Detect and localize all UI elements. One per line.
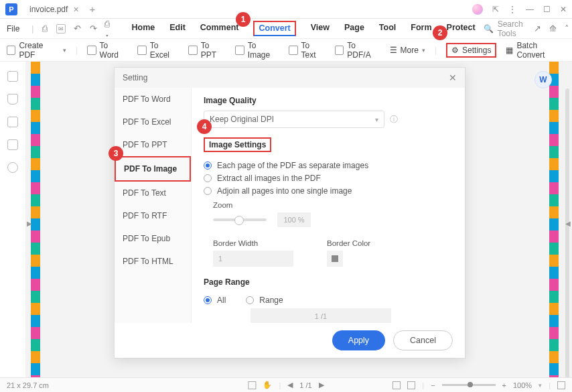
print-icon[interactable]: ⎙ ▾: [104, 24, 114, 34]
fullscreen-icon[interactable]: [557, 381, 565, 389]
prev-page-icon[interactable]: ◀: [287, 381, 293, 389]
more-button[interactable]: ☰More▾: [390, 46, 425, 55]
fit-page-icon[interactable]: [392, 381, 401, 389]
share-icon[interactable]: ⇱: [492, 5, 499, 14]
tab-home[interactable]: Home: [131, 23, 155, 34]
tab-edit[interactable]: Edit: [169, 23, 186, 34]
excel-icon: [137, 46, 147, 55]
settings-button[interactable]: ⚙Settings: [446, 43, 496, 58]
to-image-button[interactable]: To Image: [235, 41, 279, 60]
tab-view[interactable]: View: [311, 23, 330, 34]
word-icon: [87, 46, 96, 55]
redo-icon[interactable]: ↷: [88, 24, 98, 34]
info-icon[interactable]: ⓘ: [390, 114, 398, 125]
opt-extract-images[interactable]: Extract all images in the PDF: [204, 174, 453, 183]
chevron-down-icon[interactable]: ▾: [539, 382, 542, 389]
bookmark-icon[interactable]: [7, 94, 18, 105]
attachments-icon[interactable]: [7, 117, 18, 127]
zoom-slider-status[interactable]: [442, 384, 496, 386]
maximize-icon[interactable]: ☐: [543, 5, 551, 14]
range-input[interactable]: 1 /1: [251, 308, 391, 323]
search-rail-icon[interactable]: [7, 162, 18, 173]
sidebar-item-rtf[interactable]: PDF To RTF: [115, 204, 191, 227]
close-window-icon[interactable]: ✕: [560, 5, 567, 14]
opt-separate-images[interactable]: Each page of the PDF as separate images: [204, 161, 453, 170]
zoom-slider[interactable]: [213, 218, 267, 221]
new-tab-button[interactable]: +: [90, 3, 96, 15]
opt-adjoin-pages[interactable]: Adjoin all pages into one single image: [204, 186, 453, 196]
page-indicator: 1 /1: [299, 381, 311, 389]
page-range-label: Page Range: [204, 277, 453, 287]
sidebar-item-html[interactable]: PDF To HTML: [115, 250, 191, 273]
file-menu[interactable]: File: [7, 24, 19, 34]
step-badge-2: 2: [433, 25, 447, 40]
tab-tool[interactable]: Tool: [379, 23, 396, 34]
to-text-button[interactable]: To Text: [289, 41, 326, 60]
to-excel-button[interactable]: To Excel: [137, 41, 179, 60]
plus-icon: [7, 46, 15, 55]
zoom-out-icon[interactable]: −: [431, 381, 435, 389]
border-color-swatch[interactable]: [327, 251, 343, 267]
hand-icon[interactable]: ✋: [263, 381, 272, 389]
undo-icon[interactable]: ↶: [72, 24, 82, 34]
radio-icon: [246, 296, 254, 304]
quick-actions: ⎙ ✉ ↶ ↷ ⎙ ▾: [40, 24, 114, 34]
image-quality-value: Keep Original DPI: [210, 115, 274, 124]
tab-convert[interactable]: Convert: [253, 21, 295, 36]
image-settings-label: Image Settings: [204, 137, 271, 152]
expand-right-icon[interactable]: ◀: [565, 220, 571, 227]
sidebar-item-ppt[interactable]: PDF To PPT: [115, 133, 191, 156]
minimize-icon[interactable]: —: [526, 5, 534, 14]
cloud-icon[interactable]: ⟰: [549, 23, 557, 34]
pdfa-icon: [335, 46, 344, 55]
thumbnails-icon[interactable]: [7, 71, 18, 82]
document-tab[interactable]: invoice.pdf ×: [23, 0, 86, 18]
sidebar-item-text[interactable]: PDF To Text: [115, 182, 191, 204]
fit-width-icon[interactable]: [407, 381, 415, 389]
sidebar-item-image[interactable]: PDF To Image: [115, 156, 191, 182]
to-pdfa-button[interactable]: To PDF/A: [335, 41, 380, 60]
range-all[interactable]: All: [204, 296, 226, 305]
avatar-icon[interactable]: [472, 4, 483, 15]
step-badge-1: 1: [236, 12, 251, 27]
border-color-label: Border Color: [327, 239, 370, 247]
create-pdf-button[interactable]: Create PDF▾: [7, 41, 66, 60]
sidebar-item-word[interactable]: PDF To Word: [115, 88, 191, 111]
tab-page[interactable]: Page: [344, 23, 364, 34]
to-ppt-button[interactable]: To PPT: [188, 41, 226, 60]
kebab-icon[interactable]: ⋮: [508, 5, 516, 14]
sidebar-item-epub[interactable]: PDF To Epub: [115, 227, 191, 250]
save-icon[interactable]: ⎙: [40, 24, 50, 34]
border-width-input[interactable]: [213, 251, 293, 267]
expand-left-icon[interactable]: ▶: [27, 220, 32, 227]
doc-decoration-left: [31, 62, 40, 377]
batch-convert-button[interactable]: ▦Batch Convert: [506, 41, 565, 60]
next-page-icon[interactable]: ▶: [319, 381, 324, 389]
page-icon[interactable]: [7, 139, 18, 150]
apply-button[interactable]: Apply: [332, 330, 385, 350]
dialog-close-icon[interactable]: ✕: [449, 72, 457, 83]
sidebar-item-excel[interactable]: PDF To Excel: [115, 111, 191, 133]
tab-comment[interactable]: Comment: [200, 23, 239, 34]
collapse-ribbon-icon[interactable]: ˄: [565, 23, 569, 34]
tab-protect[interactable]: Protect: [447, 23, 476, 34]
dialog-content: Image Quality Keep Original DPI ▾ ⓘ Imag…: [192, 88, 465, 323]
zoom-in-icon[interactable]: +: [502, 381, 506, 389]
scrollbar[interactable]: [565, 88, 569, 383]
image-icon: [235, 46, 244, 55]
step-badge-4: 4: [197, 119, 212, 134]
document-title: invoice.pdf: [29, 5, 68, 14]
page-dimensions: 21 x 29.7 cm: [7, 381, 49, 389]
cancel-button[interactable]: Cancel: [393, 330, 453, 350]
mail-icon[interactable]: ✉: [56, 24, 66, 34]
zoom-label: Zoom: [213, 201, 453, 209]
tab-close-icon[interactable]: ×: [73, 4, 78, 15]
to-word-button[interactable]: To Word: [87, 41, 128, 60]
range-range[interactable]: Range: [246, 296, 283, 305]
search-tools[interactable]: 🔍 Search Tools: [484, 19, 523, 38]
tab-form[interactable]: Form: [411, 23, 431, 34]
cursor-mode-icon[interactable]: [248, 381, 256, 389]
image-quality-select[interactable]: Keep Original DPI ▾: [204, 111, 384, 128]
external-icon[interactable]: ↗: [534, 23, 541, 34]
word-badge-icon[interactable]: W: [534, 71, 552, 88]
